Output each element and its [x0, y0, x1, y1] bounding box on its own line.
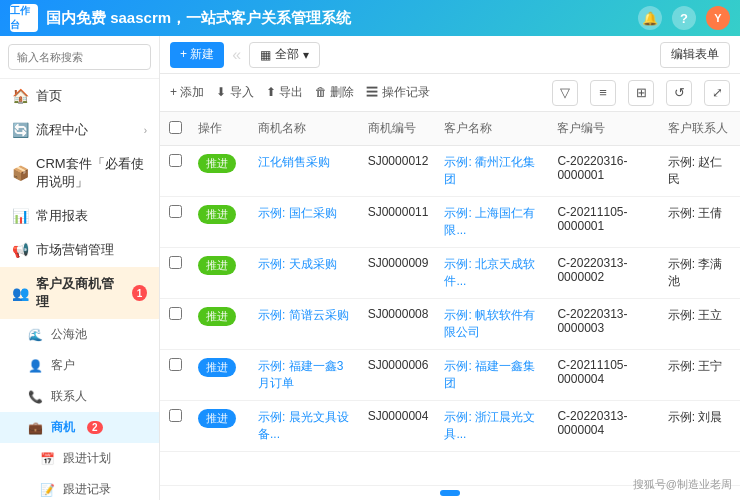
deal-log-icon: 📝 [40, 483, 55, 497]
top-header: 工作台 国内免费 saascrm，一站式客户关系管理系统 🔔 ? Y [0, 0, 740, 36]
row-contact: 示例: 王立 [660, 299, 740, 350]
workflow-icon: 🔄 [12, 122, 28, 138]
row-customer-name: 示例: 衢州江化集团 [436, 146, 549, 197]
row-customer-no: C-20220313-0000003 [549, 299, 659, 350]
customer-name-link[interactable]: 示例: 衢州江化集团 [444, 155, 535, 186]
row-checkbox-cell [160, 401, 190, 452]
deal-name-link[interactable]: 示例: 天成采购 [258, 257, 337, 271]
customer-name-link[interactable]: 示例: 上海国仁有限... [444, 206, 535, 237]
customer-badge: 1 [132, 285, 147, 301]
delete-button[interactable]: 🗑 删除 [315, 84, 354, 101]
row-checkbox[interactable] [169, 307, 182, 320]
sidebar-sub-deal-plan[interactable]: 📅 跟进计划 [0, 443, 159, 474]
import-button[interactable]: ⬇ 导入 [216, 84, 253, 101]
customer-name-link[interactable]: 示例: 帆软软件有限公司 [444, 308, 535, 339]
sidebar-sub-deals-label: 商机 [51, 419, 75, 436]
stage-badge[interactable]: 推进 [198, 409, 236, 428]
filter-label: 全部 [275, 46, 299, 63]
col-customer-no: 客户编号 [549, 112, 659, 146]
row-checkbox[interactable] [169, 256, 182, 269]
sidebar-sub-contacts[interactable]: 📞 联系人 [0, 381, 159, 412]
deal-name-link[interactable]: 示例: 福建一鑫3月订单 [258, 359, 343, 390]
scroll-dot [440, 490, 460, 496]
row-checkbox[interactable] [169, 205, 182, 218]
deal-name-link[interactable]: 示例: 简谱云采购 [258, 308, 349, 322]
sidebar-item-customer[interactable]: 👥 客户及商机管理 1 [0, 267, 159, 319]
scroll-indicator [160, 485, 740, 500]
avatar[interactable]: Y [706, 6, 730, 30]
edit-form-button[interactable]: 编辑表单 [660, 42, 730, 68]
deal-name-link[interactable]: 示例: 晨光文具设备... [258, 410, 349, 441]
row-customer-name: 示例: 北京天成软件... [436, 248, 549, 299]
refresh-icon-btn[interactable]: ↺ [666, 80, 692, 106]
sidebar-item-marketing[interactable]: 📢 市场营销管理 [0, 233, 159, 267]
row-checkbox-cell [160, 146, 190, 197]
row-deal-name: 江化销售采购 [250, 146, 360, 197]
row-deal-no: SJ0000011 [360, 197, 437, 248]
row-customer-no: C-20211105-0000001 [549, 197, 659, 248]
stage-badge[interactable]: 推进 [198, 307, 236, 326]
row-checkbox-cell [160, 350, 190, 401]
expand-icon-btn[interactable]: ⤢ [704, 80, 730, 106]
customer-name-link[interactable]: 示例: 北京天成软件... [444, 257, 535, 288]
sidebar-sub-deals[interactable]: 💼 商机 2 [0, 412, 159, 443]
customer-name-link[interactable]: 示例: 福建一鑫集团 [444, 359, 535, 390]
customer-name-link[interactable]: 示例: 浙江晨光文具... [444, 410, 535, 441]
row-stage-cell: 推进 [190, 146, 250, 197]
sidebar-sub-contacts-label: 联系人 [51, 388, 87, 405]
row-checkbox-cell [160, 197, 190, 248]
sidebar-sub-sea-label: 公海池 [51, 326, 87, 343]
filter-icon-btn[interactable]: ▽ [552, 80, 578, 106]
stage-badge[interactable]: 推进 [198, 154, 236, 173]
deal-name-link[interactable]: 示例: 国仁采购 [258, 206, 337, 220]
row-customer-no: C-20220313-0000004 [549, 401, 659, 452]
sidebar-item-workflow[interactable]: 🔄 流程中心 › [0, 113, 159, 147]
row-checkbox[interactable] [169, 154, 182, 167]
add-button[interactable]: + 添加 [170, 84, 204, 101]
stage-badge[interactable]: 推进 [198, 256, 236, 275]
logo-text: 工作台 [10, 4, 38, 32]
table-row: 推进 江化销售采购 SJ0000012 示例: 衢州江化集团 C-2022031… [160, 146, 740, 197]
row-customer-no: C-20220313-0000002 [549, 248, 659, 299]
row-contact: 示例: 李满池 [660, 248, 740, 299]
export-button[interactable]: ⬆ 导出 [266, 84, 303, 101]
operations-button[interactable]: ☰ 操作记录 [366, 84, 429, 101]
row-customer-name: 示例: 浙江晨光文具... [436, 401, 549, 452]
topbar-divider: « [232, 46, 241, 64]
deals-badge: 2 [87, 421, 103, 434]
sort-icon-btn[interactable]: ≡ [590, 80, 616, 106]
sidebar-sub-sea[interactable]: 🌊 公海池 [0, 319, 159, 350]
deal-name-link[interactable]: 江化销售采购 [258, 155, 330, 169]
report-icon: 📊 [12, 208, 28, 224]
row-deal-no: SJ0000012 [360, 146, 437, 197]
cols-icon-btn[interactable]: ⊞ [628, 80, 654, 106]
sidebar-sub-deal-log[interactable]: 📝 跟进记录 [0, 474, 159, 500]
sidebar-item-report[interactable]: 📊 常用报表 [0, 199, 159, 233]
create-button[interactable]: + 新建 [170, 42, 224, 68]
stage-badge[interactable]: 推进 [198, 205, 236, 224]
row-stage-cell: 推进 [190, 401, 250, 452]
row-deal-no: SJ0000004 [360, 401, 437, 452]
table-row: 推进 示例: 福建一鑫3月订单 SJ0000006 示例: 福建一鑫集团 C-2… [160, 350, 740, 401]
row-deal-name: 示例: 国仁采购 [250, 197, 360, 248]
table-container: 操作 商机名称 商机编号 客户名称 客户编号 客户联系人 推进 江化销售采购 [160, 112, 740, 485]
main-layout: 🏠 首页 🔄 流程中心 › 📦 CRM套件「必看使用说明」 📊 常用报表 📢 市… [0, 36, 740, 500]
sidebar: 🏠 首页 🔄 流程中心 › 📦 CRM套件「必看使用说明」 📊 常用报表 📢 市… [0, 36, 160, 500]
help-icon[interactable]: ? [672, 6, 696, 30]
sidebar-search-area [0, 36, 159, 79]
filter-all-button[interactable]: ▦ 全部 ▾ [249, 42, 320, 68]
col-customer-name: 客户名称 [436, 112, 549, 146]
sidebar-item-crm-kit[interactable]: 📦 CRM套件「必看使用说明」 [0, 147, 159, 199]
row-customer-name: 示例: 帆软软件有限公司 [436, 299, 549, 350]
stage-badge[interactable]: 推进 [198, 358, 236, 377]
search-input[interactable] [8, 44, 151, 70]
sidebar-sub-clients[interactable]: 👤 客户 [0, 350, 159, 381]
select-all-checkbox[interactable] [169, 121, 182, 134]
row-checkbox[interactable] [169, 358, 182, 371]
sidebar-sub-clients-label: 客户 [51, 357, 75, 374]
col-contact: 客户联系人 [660, 112, 740, 146]
sidebar-item-home[interactable]: 🏠 首页 [0, 79, 159, 113]
row-checkbox[interactable] [169, 409, 182, 422]
table-toolbar: + 添加 ⬇ 导入 ⬆ 导出 🗑 删除 ☰ 操作记录 ▽ ≡ ⊞ ↺ ⤢ [160, 74, 740, 112]
bell-icon[interactable]: 🔔 [638, 6, 662, 30]
